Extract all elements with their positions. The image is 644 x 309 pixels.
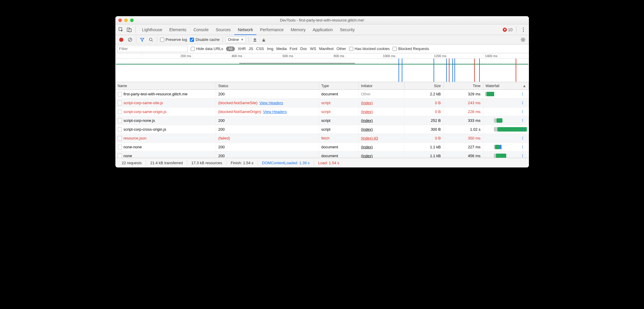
svg-point-3 <box>523 27 524 28</box>
view-headers-link[interactable]: View Headers <box>259 101 283 105</box>
waterfall-label: Waterfall <box>486 84 499 88</box>
cell-initiator: (index) <box>359 152 404 158</box>
table-body: first-party-test-with-resource.glitch.me… <box>115 90 529 158</box>
cell-status: (blocked:NotSameOrigin)View Headers <box>216 107 319 116</box>
filter-icon[interactable] <box>139 37 145 43</box>
cell-time: 329 ms <box>444 90 483 98</box>
search-icon[interactable] <box>148 37 154 43</box>
kebab-menu-icon[interactable] <box>520 26 527 33</box>
status-text: 200 <box>218 127 225 132</box>
ruler-tick: 200 ms <box>142 53 191 59</box>
wf-dcl-line <box>522 92 523 96</box>
cell-size: 2.2 kB <box>404 90 444 98</box>
throttling-select[interactable]: Online ▼ <box>226 36 245 43</box>
type-filter-other[interactable]: Other <box>336 46 346 51</box>
wf-download-bar <box>487 92 494 96</box>
table-row[interactable]: none-none200document(index)1.1 kB227 ms <box>115 143 529 152</box>
type-filter-doc[interactable]: Doc <box>300 46 307 51</box>
file-icon <box>118 145 122 149</box>
timeline-overview[interactable]: 200 ms400 ms600 ms800 ms1000 ms1200 ms14… <box>115 53 529 82</box>
type-filter-manifest[interactable]: Manifest <box>319 46 333 51</box>
type-filter-css[interactable]: CSS <box>256 46 264 51</box>
cell-initiator: (index) <box>359 116 404 125</box>
initiator-link[interactable]: (index):43 <box>361 136 378 140</box>
table-row[interactable]: script-corp-cross-origin.js200script(ind… <box>115 125 529 134</box>
upload-har-icon[interactable] <box>252 37 258 43</box>
download-har-icon[interactable] <box>261 37 267 43</box>
file-icon <box>118 109 122 114</box>
filter-input[interactable] <box>117 46 188 52</box>
preserve-log-label: Preserve log <box>166 37 187 42</box>
table-row[interactable]: none200document(index)1.1 kB456 ms <box>115 152 529 158</box>
tab-elements[interactable]: Elements <box>166 24 190 35</box>
cell-waterfall <box>483 134 529 142</box>
wf-wait-bar <box>494 127 497 132</box>
type-filter-media[interactable]: Media <box>276 46 287 51</box>
cell-waterfall <box>483 116 529 125</box>
type-filter-font[interactable]: Font <box>290 46 297 51</box>
preserve-log-checkbox[interactable]: Preserve log <box>160 37 187 42</box>
tab-memory[interactable]: Memory <box>287 24 309 35</box>
initiator-link[interactable]: (index) <box>361 154 373 158</box>
has-blocked-cookies-checkbox[interactable]: Has blocked cookies <box>349 46 390 51</box>
table-row[interactable]: script-corp-none.js200script(index)252 B… <box>115 116 529 125</box>
tab-performance[interactable]: Performance <box>256 24 287 35</box>
cell-status: 200 <box>216 152 319 158</box>
type-filter-ws[interactable]: WS <box>310 46 316 51</box>
tab-security[interactable]: Security <box>336 24 358 35</box>
disable-cache-checkbox[interactable]: Disable cache <box>190 37 220 42</box>
col-header-type[interactable]: Type <box>319 82 359 89</box>
type-filter-js[interactable]: JS <box>249 46 253 51</box>
cell-status: 200 <box>216 90 319 98</box>
status-text: 200 <box>218 154 225 158</box>
request-name: none <box>124 154 132 158</box>
col-header-status[interactable]: Status <box>216 82 319 89</box>
type-filter-xhr[interactable]: XHR <box>238 46 246 51</box>
overview-marker <box>449 59 449 82</box>
file-icon <box>118 118 122 123</box>
blocked-requests-checkbox[interactable]: Blocked Requests <box>393 46 429 51</box>
table-row[interactable]: resource.json(failed)fetch(index):430 B3… <box>115 134 529 143</box>
initiator-link[interactable]: (index) <box>361 118 373 123</box>
status-transferred: 21.4 kB transferred <box>146 160 187 166</box>
initiator-link[interactable]: (index) <box>361 127 373 132</box>
cell-size: 0 B <box>404 134 444 142</box>
tab-sources[interactable]: Sources <box>212 24 234 35</box>
type-filter-all[interactable]: All <box>226 46 235 51</box>
cell-size: 1.1 kB <box>404 152 444 158</box>
view-headers-link[interactable]: View Headers <box>263 109 287 114</box>
separator <box>516 26 517 33</box>
tab-application[interactable]: Application <box>309 24 336 35</box>
hide-data-urls-checkbox[interactable]: Hide data URLs <box>191 46 223 51</box>
col-header-time[interactable]: Time <box>444 82 483 89</box>
col-header-name[interactable]: Name <box>115 82 216 89</box>
type-filter-img[interactable]: Img <box>267 46 273 51</box>
cell-name: none-none <box>115 143 216 151</box>
tab-lighthouse[interactable]: Lighthouse <box>139 24 166 35</box>
tab-console[interactable]: Console <box>190 24 212 35</box>
error-count-badge[interactable]: ✕ 10 <box>503 27 513 32</box>
initiator-link[interactable]: (index) <box>361 145 373 149</box>
wf-download-bar <box>495 145 499 149</box>
table-row[interactable]: script-corp-same-site.js(blocked:NotSame… <box>115 99 529 107</box>
status-requests: 22 requests <box>118 160 146 166</box>
svg-rect-2 <box>129 29 131 32</box>
initiator-link[interactable]: (index) <box>361 101 373 105</box>
initiator-link[interactable]: (index) <box>361 109 373 114</box>
inspect-element-icon[interactable] <box>118 26 124 33</box>
wf-dcl-line <box>522 110 523 113</box>
table-row[interactable]: script-corp-same-origin.js(blocked:NotSa… <box>115 107 529 116</box>
table-row[interactable]: first-party-test-with-resource.glitch.me… <box>115 90 529 99</box>
settings-gear-icon[interactable] <box>520 37 526 43</box>
col-header-size[interactable]: Size <box>404 82 444 89</box>
tab-network[interactable]: Network <box>234 24 256 35</box>
ruler-tick: 400 ms <box>192 53 242 59</box>
overview-marker <box>474 59 475 82</box>
cell-type: script <box>319 125 359 134</box>
col-header-initiator[interactable]: Initiator <box>359 82 404 89</box>
record-button[interactable] <box>118 37 124 43</box>
overview-marker <box>434 59 434 82</box>
col-header-waterfall[interactable]: Waterfall ▲ <box>483 82 529 89</box>
clear-button[interactable] <box>127 37 133 43</box>
device-toolbar-icon[interactable] <box>126 26 132 33</box>
